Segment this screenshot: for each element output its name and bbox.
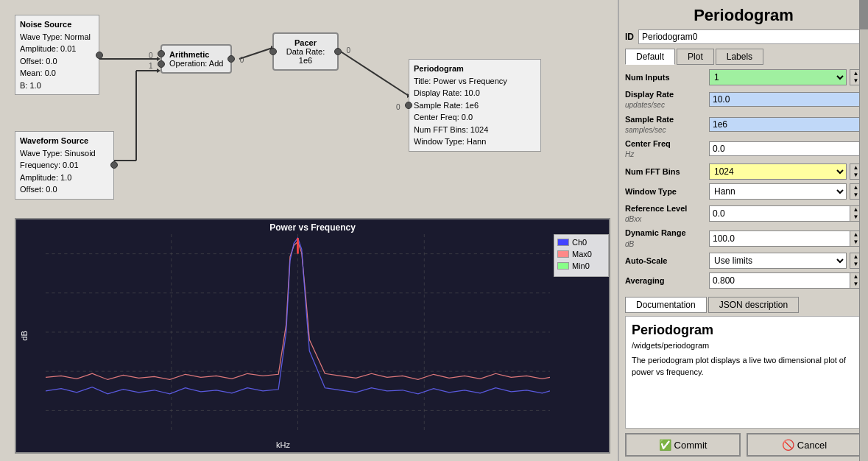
noise-b: B: 1.0 (20, 80, 94, 92)
chart-legend: Ch0 Max0 Min0 (554, 234, 609, 277)
cancel-button[interactable]: 🚫 Cancel (747, 433, 862, 457)
prop-dynamic-range: Dynamic RangedB ▲ ▼ (625, 228, 862, 249)
periodogram-block-title: Periodogram (414, 63, 536, 75)
sample-rate-input-group (709, 117, 862, 132)
chart-x-label: kHz (16, 440, 550, 449)
docs-content: Periodogram /widgets/periodogram The per… (625, 316, 862, 429)
legend-min0: Min0 (557, 261, 605, 270)
right-scrollbar[interactable] (859, 0, 868, 461)
averaging-input-group: ▲ ▼ (709, 272, 862, 289)
legend-ch0: Ch0 (557, 238, 605, 247)
prop-window-type-select[interactable]: HannHammingBlackmanRectangular (709, 183, 847, 200)
pacer-title: Pacer (281, 38, 330, 47)
prop-num-inputs-label: Num Inputs (625, 72, 706, 82)
center-freq-input[interactable] (710, 142, 861, 155)
arithmetic-node[interactable]: Arithmetic Operation: Add 0 1 0 (160, 44, 232, 74)
prop-center-freq: Center FreqHz (625, 138, 862, 160)
periodogram-chart-title-row: Title: Power vs Frequency (414, 75, 536, 88)
id-input[interactable] (638, 29, 862, 44)
docs-tab-json[interactable]: JSON description (708, 297, 799, 313)
arithmetic-output-port[interactable] (227, 55, 235, 63)
docs-tabs-row: Documentation JSON description (619, 297, 868, 313)
sample-rate-input[interactable] (710, 118, 861, 131)
pacer-output-port[interactable] (334, 48, 342, 55)
prop-sample-rate-label: Sample Ratesamples/sec (625, 114, 706, 136)
prop-num-inputs-select[interactable]: 124 (709, 69, 847, 85)
periodogram-block-node[interactable]: Periodogram Title: Power vs Frequency Di… (409, 59, 541, 152)
waveform-frequency: Frequency: 0.01 (20, 159, 109, 172)
tabs-row: Default Plot Labels (619, 49, 868, 65)
svg-line-4 (239, 48, 272, 59)
periodogram-center-freq-row: Center Freq: 0.0 (414, 111, 536, 124)
prop-auto-scale-label: Auto-Scale (625, 256, 706, 266)
properties-table: Num Inputs 124 ▲ ▼ Display Rateupdates/s… (619, 69, 868, 292)
pacer-input-port[interactable] (269, 48, 277, 55)
prop-window-type-label: Window Type (625, 186, 706, 197)
chart-y-label: dB (20, 331, 29, 340)
noise-wave-type: Wave Type: Normal (20, 31, 94, 43)
dynamic-range-input-group: ▲ ▼ (709, 230, 862, 247)
periodogram-sample-rate-row: Sample Rate: 1e6 (414, 99, 536, 112)
tab-default[interactable]: Default (625, 49, 675, 65)
pacer-data-rate: Data Rate: 1e6 (281, 47, 330, 65)
display-rate-input[interactable] (710, 93, 861, 106)
waveform-amplitude: Amplitude: 1.0 (20, 172, 109, 184)
waveform-source-output-port[interactable] (110, 161, 118, 169)
noise-offset: Offset: 0.0 (20, 55, 94, 68)
docs-title: Periodogram (632, 323, 855, 338)
prop-averaging: Averaging ▲ ▼ (625, 272, 862, 289)
docs-text: The periodogram plot displays a live two… (632, 354, 855, 379)
right-panel: Periodogram ID Default Plot Labels Num I… (618, 0, 868, 461)
periodogram-num-fft-row: Num FFT Bins: 1024 (414, 124, 536, 136)
pacer-node[interactable]: Pacer Data Rate: 1e6 0 (272, 32, 339, 71)
chart-container: Power vs Frequency dB kHz Ch0 Max0 Min0 (15, 218, 610, 454)
chart-title: Power vs Frequency (16, 222, 609, 233)
prop-dynamic-range-label: Dynamic RangedB (625, 228, 706, 249)
center-freq-input-group (709, 141, 862, 156)
commit-label: Commit (674, 440, 708, 451)
prop-center-freq-label: Center FreqHz (625, 138, 706, 160)
arithmetic-operation: Operation: Add (169, 59, 223, 68)
prop-window-type: Window Type HannHammingBlackmanRectangul… (625, 183, 862, 200)
display-rate-input-group (709, 92, 862, 107)
legend-max0: Max0 (557, 250, 605, 258)
prop-num-fft-select[interactable]: 102451220484096 (709, 163, 847, 180)
dynamic-range-input[interactable] (710, 231, 850, 246)
prop-display-rate: Display Rateupdates/sec (625, 89, 862, 110)
legend-ch0-color (557, 239, 569, 246)
cancel-label: Cancel (797, 440, 827, 451)
noise-source-output-port[interactable] (96, 52, 103, 59)
prop-reference-level-label: Reference LeveldBxx (625, 203, 706, 225)
id-label: ID (625, 32, 634, 42)
scrollbar-thumb (859, 0, 868, 29)
tab-plot[interactable]: Plot (677, 49, 714, 65)
ref-level-input-group: ▲ ▼ (709, 205, 862, 222)
noise-mean: Mean: 0.0 (20, 67, 94, 80)
arithmetic-input1-port[interactable] (158, 60, 165, 68)
prop-auto-scale-select[interactable]: Use limitsAutoNone (709, 253, 847, 269)
averaging-input[interactable] (710, 273, 850, 288)
flow-canvas: Noise Source Wave Type: Normal Amplitude… (0, 0, 618, 461)
commit-button[interactable]: ✅ Commit (625, 433, 741, 457)
prop-num-inputs: Num Inputs 124 ▲ ▼ (625, 69, 862, 85)
tab-labels[interactable]: Labels (716, 49, 763, 65)
legend-max0-label: Max0 (572, 250, 592, 258)
docs-tab-documentation[interactable]: Documentation (625, 297, 707, 313)
ref-level-input[interactable] (710, 206, 850, 221)
id-row: ID (619, 28, 868, 46)
right-panel-title: Periodogram (619, 0, 868, 28)
arithmetic-input0-port[interactable] (158, 50, 165, 57)
prop-num-fft: Num FFT Bins 102451220484096 ▲ ▼ (625, 163, 862, 180)
commit-icon: ✅ (659, 439, 671, 451)
docs-path: /widgets/periodogram (632, 341, 855, 350)
periodogram-display-rate-row: Display Rate: 10.0 (414, 87, 536, 99)
noise-amplitude: Amplitude: 0.01 (20, 43, 94, 55)
periodogram-input-port[interactable] (405, 102, 412, 109)
prop-num-fft-label: Num FFT Bins (625, 166, 706, 177)
svg-line-5 (335, 48, 409, 96)
arithmetic-title: Arithmetic (169, 50, 223, 59)
waveform-source-node[interactable]: Waveform Source Wave Type: Sinusoid Freq… (15, 131, 114, 200)
prop-averaging-label: Averaging (625, 275, 706, 286)
noise-source-node[interactable]: Noise Source Wave Type: Normal Amplitude… (15, 15, 99, 95)
legend-min0-color (557, 262, 569, 270)
